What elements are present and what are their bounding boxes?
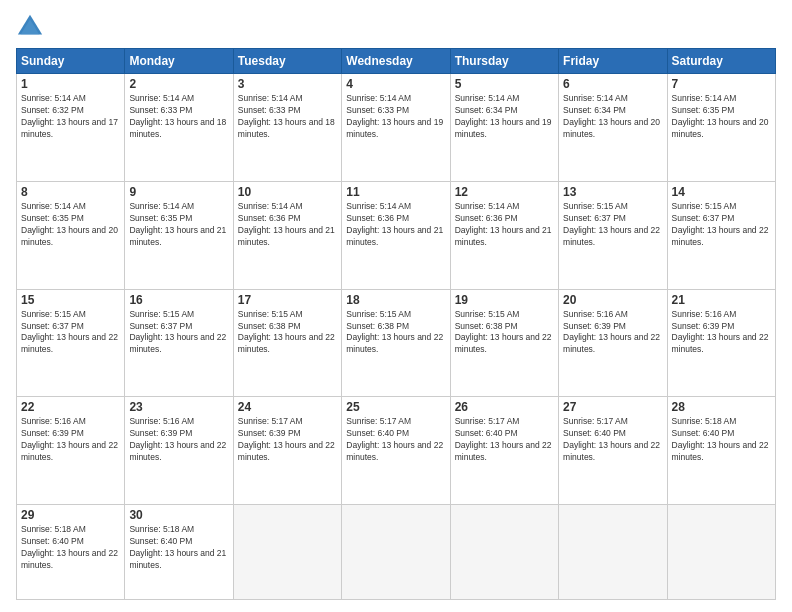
logo-icon <box>16 12 44 40</box>
day-number: 5 <box>455 77 554 91</box>
day-number: 29 <box>21 508 120 522</box>
col-thursday: Thursday <box>450 49 558 74</box>
day-info: Sunrise: 5:15 AM Sunset: 6:37 PM Dayligh… <box>21 309 120 357</box>
col-tuesday: Tuesday <box>233 49 341 74</box>
day-number: 30 <box>129 508 228 522</box>
calendar-cell: 20 Sunrise: 5:16 AM Sunset: 6:39 PM Dayl… <box>559 289 667 397</box>
day-info: Sunrise: 5:15 AM Sunset: 6:38 PM Dayligh… <box>346 309 445 357</box>
calendar-week-row: 15 Sunrise: 5:15 AM Sunset: 6:37 PM Dayl… <box>17 289 776 397</box>
day-info: Sunrise: 5:16 AM Sunset: 6:39 PM Dayligh… <box>672 309 771 357</box>
day-info: Sunrise: 5:16 AM Sunset: 6:39 PM Dayligh… <box>21 416 120 464</box>
calendar-cell: 14 Sunrise: 5:15 AM Sunset: 6:37 PM Dayl… <box>667 181 775 289</box>
day-number: 6 <box>563 77 662 91</box>
day-number: 22 <box>21 400 120 414</box>
calendar-cell: 11 Sunrise: 5:14 AM Sunset: 6:36 PM Dayl… <box>342 181 450 289</box>
calendar-cell: 24 Sunrise: 5:17 AM Sunset: 6:39 PM Dayl… <box>233 397 341 505</box>
day-info: Sunrise: 5:14 AM Sunset: 6:36 PM Dayligh… <box>346 201 445 249</box>
calendar-cell: 13 Sunrise: 5:15 AM Sunset: 6:37 PM Dayl… <box>559 181 667 289</box>
col-friday: Friday <box>559 49 667 74</box>
day-number: 17 <box>238 293 337 307</box>
calendar-cell: 2 Sunrise: 5:14 AM Sunset: 6:33 PM Dayli… <box>125 74 233 182</box>
day-number: 15 <box>21 293 120 307</box>
calendar-cell: 26 Sunrise: 5:17 AM Sunset: 6:40 PM Dayl… <box>450 397 558 505</box>
day-number: 12 <box>455 185 554 199</box>
day-info: Sunrise: 5:15 AM Sunset: 6:38 PM Dayligh… <box>238 309 337 357</box>
day-info: Sunrise: 5:15 AM Sunset: 6:37 PM Dayligh… <box>129 309 228 357</box>
calendar-cell: 18 Sunrise: 5:15 AM Sunset: 6:38 PM Dayl… <box>342 289 450 397</box>
calendar-cell <box>667 505 775 600</box>
calendar-cell: 1 Sunrise: 5:14 AM Sunset: 6:32 PM Dayli… <box>17 74 125 182</box>
day-info: Sunrise: 5:14 AM Sunset: 6:35 PM Dayligh… <box>21 201 120 249</box>
calendar-cell: 9 Sunrise: 5:14 AM Sunset: 6:35 PM Dayli… <box>125 181 233 289</box>
day-number: 23 <box>129 400 228 414</box>
day-number: 11 <box>346 185 445 199</box>
day-number: 10 <box>238 185 337 199</box>
calendar-cell: 23 Sunrise: 5:16 AM Sunset: 6:39 PM Dayl… <box>125 397 233 505</box>
logo <box>16 12 48 40</box>
day-info: Sunrise: 5:17 AM Sunset: 6:40 PM Dayligh… <box>563 416 662 464</box>
day-number: 13 <box>563 185 662 199</box>
day-info: Sunrise: 5:14 AM Sunset: 6:33 PM Dayligh… <box>238 93 337 141</box>
day-number: 3 <box>238 77 337 91</box>
day-info: Sunrise: 5:18 AM Sunset: 6:40 PM Dayligh… <box>21 524 120 572</box>
day-number: 19 <box>455 293 554 307</box>
calendar-cell: 7 Sunrise: 5:14 AM Sunset: 6:35 PM Dayli… <box>667 74 775 182</box>
calendar-week-row: 8 Sunrise: 5:14 AM Sunset: 6:35 PM Dayli… <box>17 181 776 289</box>
day-info: Sunrise: 5:14 AM Sunset: 6:33 PM Dayligh… <box>129 93 228 141</box>
calendar-cell: 4 Sunrise: 5:14 AM Sunset: 6:33 PM Dayli… <box>342 74 450 182</box>
header <box>16 12 776 40</box>
day-number: 26 <box>455 400 554 414</box>
day-info: Sunrise: 5:14 AM Sunset: 6:35 PM Dayligh… <box>672 93 771 141</box>
calendar-cell: 12 Sunrise: 5:14 AM Sunset: 6:36 PM Dayl… <box>450 181 558 289</box>
calendar-week-row: 1 Sunrise: 5:14 AM Sunset: 6:32 PM Dayli… <box>17 74 776 182</box>
calendar-week-row: 22 Sunrise: 5:16 AM Sunset: 6:39 PM Dayl… <box>17 397 776 505</box>
calendar-cell: 6 Sunrise: 5:14 AM Sunset: 6:34 PM Dayli… <box>559 74 667 182</box>
day-number: 18 <box>346 293 445 307</box>
col-sunday: Sunday <box>17 49 125 74</box>
day-info: Sunrise: 5:17 AM Sunset: 6:39 PM Dayligh… <box>238 416 337 464</box>
day-info: Sunrise: 5:14 AM Sunset: 6:36 PM Dayligh… <box>455 201 554 249</box>
day-number: 4 <box>346 77 445 91</box>
calendar-table: Sunday Monday Tuesday Wednesday Thursday… <box>16 48 776 600</box>
calendar-cell: 29 Sunrise: 5:18 AM Sunset: 6:40 PM Dayl… <box>17 505 125 600</box>
day-info: Sunrise: 5:17 AM Sunset: 6:40 PM Dayligh… <box>346 416 445 464</box>
col-monday: Monday <box>125 49 233 74</box>
day-info: Sunrise: 5:15 AM Sunset: 6:38 PM Dayligh… <box>455 309 554 357</box>
day-number: 2 <box>129 77 228 91</box>
calendar-cell: 8 Sunrise: 5:14 AM Sunset: 6:35 PM Dayli… <box>17 181 125 289</box>
day-info: Sunrise: 5:14 AM Sunset: 6:34 PM Dayligh… <box>563 93 662 141</box>
day-number: 14 <box>672 185 771 199</box>
calendar-cell: 30 Sunrise: 5:18 AM Sunset: 6:40 PM Dayl… <box>125 505 233 600</box>
calendar-cell: 17 Sunrise: 5:15 AM Sunset: 6:38 PM Dayl… <box>233 289 341 397</box>
calendar-cell: 21 Sunrise: 5:16 AM Sunset: 6:39 PM Dayl… <box>667 289 775 397</box>
calendar-cell: 19 Sunrise: 5:15 AM Sunset: 6:38 PM Dayl… <box>450 289 558 397</box>
calendar-cell <box>559 505 667 600</box>
day-info: Sunrise: 5:15 AM Sunset: 6:37 PM Dayligh… <box>563 201 662 249</box>
page: Sunday Monday Tuesday Wednesday Thursday… <box>0 0 792 612</box>
day-number: 28 <box>672 400 771 414</box>
calendar-cell <box>233 505 341 600</box>
day-info: Sunrise: 5:14 AM Sunset: 6:32 PM Dayligh… <box>21 93 120 141</box>
day-number: 1 <box>21 77 120 91</box>
col-wednesday: Wednesday <box>342 49 450 74</box>
day-info: Sunrise: 5:16 AM Sunset: 6:39 PM Dayligh… <box>563 309 662 357</box>
calendar-cell <box>342 505 450 600</box>
day-info: Sunrise: 5:16 AM Sunset: 6:39 PM Dayligh… <box>129 416 228 464</box>
calendar-header-row: Sunday Monday Tuesday Wednesday Thursday… <box>17 49 776 74</box>
day-info: Sunrise: 5:14 AM Sunset: 6:34 PM Dayligh… <box>455 93 554 141</box>
day-info: Sunrise: 5:14 AM Sunset: 6:36 PM Dayligh… <box>238 201 337 249</box>
col-saturday: Saturday <box>667 49 775 74</box>
day-info: Sunrise: 5:18 AM Sunset: 6:40 PM Dayligh… <box>129 524 228 572</box>
day-info: Sunrise: 5:17 AM Sunset: 6:40 PM Dayligh… <box>455 416 554 464</box>
day-number: 24 <box>238 400 337 414</box>
calendar-cell: 10 Sunrise: 5:14 AM Sunset: 6:36 PM Dayl… <box>233 181 341 289</box>
calendar-cell: 3 Sunrise: 5:14 AM Sunset: 6:33 PM Dayli… <box>233 74 341 182</box>
calendar-cell: 27 Sunrise: 5:17 AM Sunset: 6:40 PM Dayl… <box>559 397 667 505</box>
day-number: 21 <box>672 293 771 307</box>
calendar-week-row: 29 Sunrise: 5:18 AM Sunset: 6:40 PM Dayl… <box>17 505 776 600</box>
day-number: 7 <box>672 77 771 91</box>
calendar-cell: 16 Sunrise: 5:15 AM Sunset: 6:37 PM Dayl… <box>125 289 233 397</box>
day-number: 8 <box>21 185 120 199</box>
calendar-cell: 15 Sunrise: 5:15 AM Sunset: 6:37 PM Dayl… <box>17 289 125 397</box>
day-info: Sunrise: 5:15 AM Sunset: 6:37 PM Dayligh… <box>672 201 771 249</box>
